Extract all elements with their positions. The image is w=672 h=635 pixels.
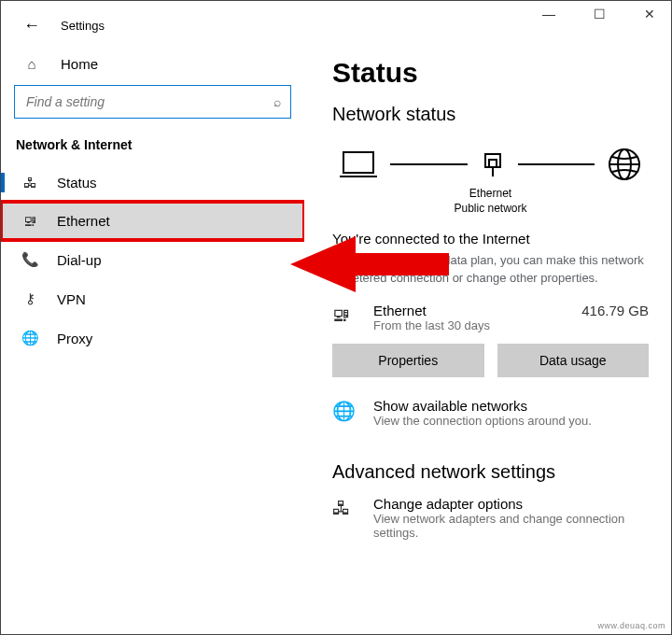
sidebar-item-label: Status <box>57 175 97 190</box>
data-usage-button[interactable]: Data usage <box>497 344 650 377</box>
globe-icon: 🌐 <box>332 398 358 422</box>
search-container: ⌕ <box>1 85 304 119</box>
connection-status: You're connected to the Internet <box>332 231 649 247</box>
status-icon: 🖧 <box>21 175 38 190</box>
minimize-button[interactable]: — <box>535 7 563 21</box>
adapter-icon <box>479 148 507 180</box>
sidebar-item-ethernet[interactable]: 🖳 Ethernet <box>1 202 304 240</box>
adapter-options-row[interactable]: 🖧 Change adapter options View network ad… <box>332 496 649 540</box>
close-button[interactable]: ✕ <box>636 7 664 21</box>
ethernet-icon: 🖳 <box>21 213 38 229</box>
dialup-icon: 📞 <box>21 251 38 268</box>
window-controls: — ☐ ✕ <box>535 7 664 21</box>
adapter-options-icon: 🖧 <box>332 496 358 519</box>
section-heading: Network status <box>332 104 649 125</box>
diagram-line <box>518 163 595 165</box>
sidebar-item-status[interactable]: 🖧 Status <box>1 163 304 202</box>
sidebar: ← Settings ⌂ Home ⌕ Network & Internet 🖧… <box>1 1 304 634</box>
sidebar-item-label: Proxy <box>57 331 92 346</box>
header: ← Settings <box>1 10 304 47</box>
sidebar-item-label: VPN <box>57 291 86 307</box>
vpn-icon: ⚷ <box>21 290 38 307</box>
adapter-sub: View network adapters and change connect… <box>373 512 644 540</box>
available-title: Show available networks <box>373 398 592 414</box>
watermark: www.deuaq.com <box>597 621 665 630</box>
usage-row: 🖳 Ethernet From the last 30 days 416.79 … <box>332 303 649 332</box>
globe-icon <box>606 146 643 183</box>
button-row: Properties Data usage <box>332 344 649 377</box>
advanced-heading: Advanced network settings <box>332 461 649 483</box>
svg-rect-0 <box>343 152 373 173</box>
app-title: Settings <box>61 19 105 33</box>
home-label: Home <box>61 56 98 72</box>
network-diagram <box>332 140 649 187</box>
ethernet-usage-icon: 🖳 <box>332 303 358 326</box>
usage-sub: From the last 30 days <box>373 318 567 332</box>
search-box[interactable]: ⌕ <box>14 85 291 119</box>
diagram-line <box>390 163 468 165</box>
maximize-button[interactable]: ☐ <box>585 7 613 21</box>
sidebar-item-label: Ethernet <box>57 213 110 229</box>
usage-amount: 416.79 GB <box>581 303 649 318</box>
properties-button[interactable]: Properties <box>332 344 484 377</box>
svg-rect-3 <box>489 160 497 167</box>
diagram-label-1: Ethernet <box>332 187 649 202</box>
search-icon: ⌕ <box>273 94 281 109</box>
category-heading: Network & Internet <box>1 119 304 163</box>
sidebar-item-dialup[interactable]: 📞 Dial-up <box>1 240 304 279</box>
proxy-icon: 🌐 <box>21 330 38 346</box>
adapter-title: Change adapter options <box>373 496 644 512</box>
sidebar-item-label: Dial-up <box>57 252 102 268</box>
content-pane: — ☐ ✕ Status Network status Ethernet Pub… <box>304 1 671 634</box>
available-networks-row[interactable]: 🌐 Show available networks View the conne… <box>332 398 649 428</box>
diagram-labels: Ethernet Public network <box>332 187 649 216</box>
sidebar-item-proxy[interactable]: 🌐 Proxy <box>1 318 304 358</box>
connection-subtext: If you have a limited data plan, you can… <box>332 252 649 288</box>
laptop-icon <box>338 148 379 180</box>
available-sub: View the connection options around you. <box>373 414 592 428</box>
home-icon: ⌂ <box>23 56 40 72</box>
usage-name: Ethernet <box>373 303 567 318</box>
page-title: Status <box>332 57 649 89</box>
home-nav[interactable]: ⌂ Home <box>1 47 304 85</box>
diagram-label-2: Public network <box>332 202 649 217</box>
sidebar-item-vpn[interactable]: ⚷ VPN <box>1 279 304 318</box>
search-input[interactable] <box>24 93 273 110</box>
back-button[interactable]: ← <box>23 16 40 35</box>
